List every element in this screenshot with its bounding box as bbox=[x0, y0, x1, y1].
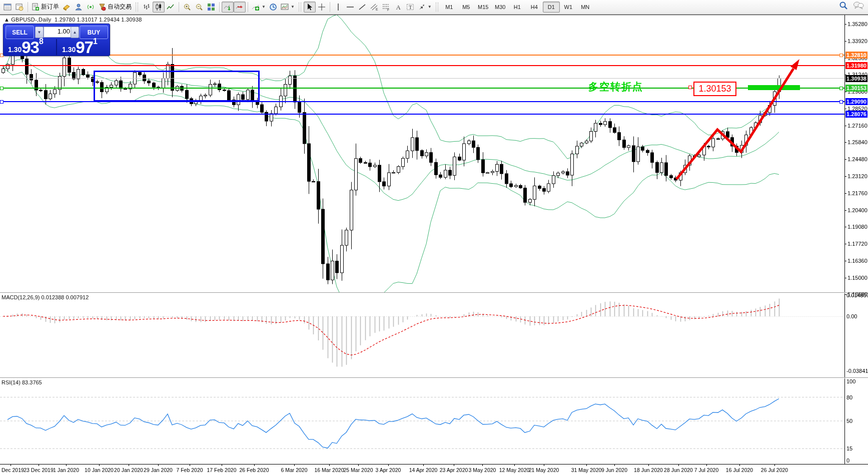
chat-icon[interactable] bbox=[853, 1, 864, 10]
pane-separator-rsi[interactable] bbox=[0, 377, 868, 378]
tile-windows-button[interactable] bbox=[205, 2, 217, 13]
price-level-label-1.29090[interactable]: 1.29090 bbox=[845, 98, 867, 105]
price-level-label-1.30153[interactable]: 1.30153 bbox=[845, 85, 867, 92]
timeframe-w1[interactable]: W1 bbox=[560, 2, 577, 13]
text-button[interactable]: A bbox=[392, 2, 404, 13]
date-tick-label: 23 Apr 2020 bbox=[440, 467, 468, 473]
level-line-1.32810[interactable] bbox=[0, 55, 844, 56]
volume-increase-button[interactable]: ▲ bbox=[71, 27, 79, 38]
level-marker-left[interactable] bbox=[0, 87, 4, 90]
price-tick-dash bbox=[844, 210, 846, 211]
horizontal-line-button[interactable] bbox=[344, 2, 356, 13]
indicators-button[interactable]: ▼ bbox=[250, 2, 267, 13]
cycles-button[interactable] bbox=[267, 2, 279, 13]
auto-scroll-button[interactable] bbox=[222, 2, 234, 13]
timeframe-h1[interactable]: H1 bbox=[509, 2, 526, 13]
sell-price[interactable]: 1.30 93 8 bbox=[8, 38, 44, 55]
price-level-label-1.32810[interactable]: 1.32810 bbox=[845, 52, 867, 59]
turning-point-text[interactable]: 多空转折点 bbox=[588, 80, 643, 94]
date-tick-label: 20 Jan 2020 bbox=[114, 467, 143, 473]
timeframe-bar: M1M5M15M30H1H4D1W1MN bbox=[441, 2, 594, 13]
templates-button[interactable]: ▼ bbox=[279, 2, 296, 13]
volume-decrease-button[interactable]: ▼ bbox=[35, 27, 44, 38]
timeframe-h4[interactable]: H4 bbox=[526, 2, 543, 13]
zoom-out-button[interactable] bbox=[193, 2, 205, 13]
indicators-dropdown-arrow[interactable]: ▼ bbox=[262, 5, 266, 9]
strategy-tester-button[interactable] bbox=[14, 2, 26, 13]
zoom-in-button[interactable] bbox=[181, 2, 193, 13]
signals-button[interactable] bbox=[85, 2, 97, 13]
data-window-icon bbox=[16, 3, 24, 11]
timeframe-m15[interactable]: M15 bbox=[475, 2, 492, 13]
templates-icon bbox=[281, 3, 289, 11]
price-tick: 1.20400 bbox=[847, 207, 867, 213]
volume-input[interactable]: 1.00 bbox=[44, 27, 73, 38]
vertical-line-button[interactable] bbox=[332, 2, 344, 13]
price-level-label-1.28076[interactable]: 1.28076 bbox=[845, 111, 867, 118]
price-callout-box[interactable]: 1.30153 bbox=[693, 82, 736, 96]
candlestick-chart-button[interactable] bbox=[153, 2, 165, 13]
templates-dropdown-arrow[interactable]: ▼ bbox=[291, 5, 295, 9]
new-order-button[interactable]: 新订单 bbox=[30, 2, 61, 13]
equidistant-channel-button[interactable]: E bbox=[368, 2, 380, 13]
line-chart-button[interactable] bbox=[165, 2, 177, 13]
date-tick-label: 12 May 2020 bbox=[499, 467, 530, 473]
timeframe-mn[interactable]: MN bbox=[577, 2, 594, 13]
price-tick: 1.33920 bbox=[847, 38, 867, 44]
line-chart-icon bbox=[167, 3, 175, 11]
date-tick-dash bbox=[678, 464, 679, 466]
level-line-1.28076[interactable] bbox=[0, 114, 844, 115]
price-tick: 1.35280 bbox=[847, 21, 867, 27]
bar-chart-button[interactable] bbox=[141, 2, 153, 13]
buy-price[interactable]: 1.30 97 1 bbox=[62, 38, 98, 55]
svg-text:A: A bbox=[396, 4, 401, 11]
vertical-line-icon bbox=[334, 3, 342, 11]
sell-button[interactable]: SELL bbox=[6, 26, 34, 39]
text-label-button[interactable]: T bbox=[404, 2, 416, 13]
pane-separator-macd[interactable] bbox=[0, 292, 868, 293]
arrows-button[interactable]: ▼ bbox=[416, 2, 433, 13]
cursor-button[interactable] bbox=[304, 2, 316, 13]
macd-scale-0.014807: 0.014807 bbox=[846, 292, 868, 298]
date-tick-label: 28 Jun 2020 bbox=[664, 467, 693, 473]
timeframe-m30[interactable]: M30 bbox=[492, 2, 509, 13]
zoom-in-icon bbox=[183, 3, 191, 11]
trendline-button[interactable] bbox=[356, 2, 368, 13]
community-button[interactable] bbox=[73, 2, 85, 13]
consolidation-rectangle[interactable] bbox=[94, 71, 260, 102]
support-zone-bar[interactable] bbox=[748, 85, 800, 90]
date-tick-dash bbox=[648, 464, 649, 466]
market-watch-button[interactable] bbox=[2, 2, 14, 13]
level-line-1.31980[interactable] bbox=[0, 65, 844, 66]
timeframe-m1[interactable]: M1 bbox=[441, 2, 458, 13]
price-tick: 1.21760 bbox=[847, 190, 867, 196]
level-marker-right[interactable] bbox=[839, 54, 843, 57]
zoom-out-icon bbox=[195, 3, 203, 11]
date-tick-dash bbox=[222, 464, 222, 466]
arrows-dropdown-arrow[interactable]: ▼ bbox=[428, 5, 432, 9]
buy-price-big: 97 bbox=[76, 40, 93, 55]
price-level-label-1.30938[interactable]: 1.30938 bbox=[845, 75, 867, 82]
date-tick-label: 16 Mar 2020 bbox=[315, 467, 344, 473]
timeframe-m5[interactable]: M5 bbox=[458, 2, 475, 13]
autotrading-button[interactable]: 自动交易 bbox=[97, 2, 133, 13]
search-icon[interactable] bbox=[839, 1, 848, 10]
rsi-label: RSI(14) 83.3765 bbox=[2, 379, 42, 385]
price-tick-dash bbox=[844, 227, 846, 227]
level-marker-right[interactable] bbox=[839, 100, 843, 104]
level-marker-right[interactable] bbox=[839, 87, 843, 90]
level-marker-left[interactable] bbox=[0, 100, 4, 104]
fibonacci-button[interactable]: F bbox=[380, 2, 392, 13]
chart-shift-button[interactable] bbox=[234, 2, 246, 13]
price-level-label-1.31980[interactable]: 1.31980 bbox=[845, 62, 867, 69]
date-tick-label: 3 Apr 2020 bbox=[376, 467, 401, 473]
timeframe-d1[interactable]: D1 bbox=[543, 2, 560, 13]
date-tick-dash bbox=[482, 464, 483, 466]
date-tick-label: 3 May 2020 bbox=[469, 467, 496, 473]
date-tick-dash bbox=[129, 464, 129, 466]
crosshair-button[interactable] bbox=[316, 2, 328, 13]
symbol-period: GBPUSD-,Daily bbox=[11, 17, 51, 23]
cursor-icon bbox=[306, 3, 314, 11]
mql-editor-button[interactable] bbox=[61, 2, 73, 13]
indicators-icon bbox=[252, 3, 260, 11]
